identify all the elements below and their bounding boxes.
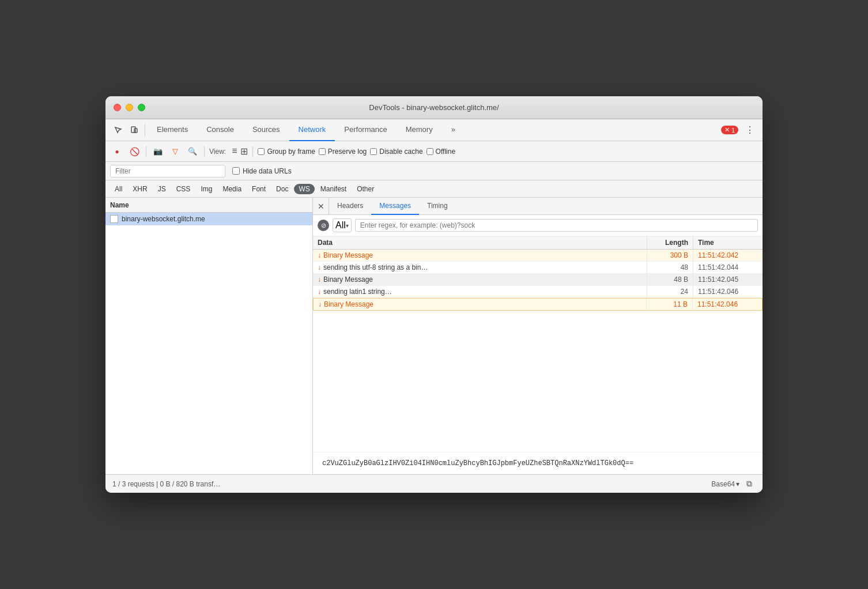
error-badge[interactable]: ✕ 1 — [721, 126, 738, 134]
offline-label[interactable]: Offline — [427, 148, 455, 156]
msg-filter-dropdown[interactable]: All ▾ — [333, 218, 352, 232]
tab-console[interactable]: Console — [197, 119, 243, 141]
net-divider-1 — [146, 146, 146, 157]
disable-cache-checkbox[interactable] — [370, 148, 377, 155]
msg-length-cell: 300 B — [647, 250, 693, 261]
msg-length-cell: 11 B — [647, 299, 693, 310]
net-divider-3 — [252, 146, 253, 157]
col-data-header: Data — [313, 236, 647, 249]
message-row[interactable]: ↓ Binary Message 11 B 11:51:42.046 — [313, 298, 763, 311]
hide-urls-checkbox[interactable] — [232, 167, 240, 175]
msg-filter-all-label: All — [335, 220, 346, 231]
group-by-frame-label[interactable]: Group by frame — [258, 148, 315, 156]
close-button[interactable] — [114, 104, 121, 111]
clear-icon[interactable]: 🚫 — [127, 145, 141, 158]
titlebar: DevTools - binary-websocket.glitch.me/ — [105, 96, 763, 119]
main-toolbar: Elements Console Sources Network Perform… — [105, 119, 763, 141]
filter-css[interactable]: CSS — [172, 184, 195, 194]
main-content: Name binary-websocket.glitch.me ✕ Header… — [105, 198, 763, 474]
filter-doc[interactable]: Doc — [271, 184, 293, 194]
tab-more[interactable]: » — [442, 119, 465, 141]
msg-filter-input[interactable] — [355, 219, 758, 232]
status-text: 1 / 3 requests | 0 B / 820 B transf… — [112, 480, 220, 488]
offline-checkbox[interactable] — [427, 148, 433, 155]
base64-dropdown[interactable]: Base64 ▾ — [711, 480, 739, 488]
detail-view-icon[interactable]: ⊞ — [240, 146, 248, 157]
msg-arrow-icon: ↓ — [318, 275, 321, 284]
msg-time-cell: 11:51:42.045 — [693, 274, 763, 285]
binary-content-text: c2VuZGluZyB0aGlzIHV0Zi04IHN0cmluZyBhcyBh… — [322, 459, 633, 467]
view-label: View: — [209, 148, 226, 156]
filter-font[interactable]: Font — [247, 184, 270, 194]
detail-panel: ✕ Headers Messages Timing ⊘ All ▾ Data L… — [313, 198, 763, 474]
filter-img[interactable]: Img — [196, 184, 217, 194]
request-checkbox — [110, 215, 118, 223]
messages-table: Data Length Time ↓ Binary Message 300 B … — [313, 236, 763, 452]
messages-header-row: Data Length Time — [313, 236, 763, 250]
filter-ws[interactable]: WS — [294, 184, 314, 194]
list-view-icon[interactable]: ≡ — [232, 146, 237, 157]
traffic-lights — [114, 104, 145, 111]
requests-header: Name — [105, 198, 312, 213]
svg-rect-0 — [131, 127, 135, 133]
filter-xhr[interactable]: XHR — [128, 184, 152, 194]
network-toolbar: ● 🚫 📷 ▽ 🔍 View: ≡ ⊞ Group by frame Prese… — [105, 141, 763, 162]
filter-js[interactable]: JS — [153, 184, 171, 194]
tab-network[interactable]: Network — [289, 119, 335, 141]
msg-time-cell: 11:51:42.046 — [693, 286, 763, 297]
net-divider-2 — [204, 146, 205, 157]
search-icon[interactable]: 🔍 — [186, 145, 199, 158]
filter-manifest[interactable]: Manifest — [316, 184, 351, 194]
msg-length-cell: 48 B — [647, 274, 693, 285]
msg-time-cell: 11:51:42.046 — [693, 299, 762, 310]
message-row[interactable]: ↓ Binary Message 48 B 11:51:42.045 — [313, 274, 763, 286]
msg-text: Binary Message — [323, 275, 373, 284]
hide-urls-label[interactable]: Hide data URLs — [232, 167, 292, 175]
msg-filter-chevron-icon: ▾ — [346, 222, 349, 229]
camera-icon[interactable]: 📷 — [151, 145, 165, 158]
msg-filter-block-icon[interactable]: ⊘ — [318, 220, 329, 231]
tab-memory[interactable]: Memory — [397, 119, 442, 141]
disable-cache-label[interactable]: Disable cache — [370, 148, 422, 156]
maximize-button[interactable] — [138, 104, 145, 111]
detail-close-icon[interactable]: ✕ — [313, 198, 329, 215]
preserve-log-checkbox[interactable] — [319, 148, 326, 155]
record-button[interactable]: ● — [110, 145, 124, 158]
msg-time-cell: 11:51:42.042 — [693, 250, 763, 261]
tab-elements[interactable]: Elements — [148, 119, 197, 141]
tab-headers[interactable]: Headers — [329, 198, 371, 215]
detail-tabs: ✕ Headers Messages Timing — [313, 198, 763, 215]
message-row[interactable]: ↓ sending this utf-8 string as a bin… 48… — [313, 262, 763, 274]
messages-filter: ⊘ All ▾ — [313, 215, 763, 236]
error-count: 1 — [731, 127, 735, 134]
tab-timing[interactable]: Timing — [419, 198, 456, 215]
copy-button[interactable]: ⧉ — [743, 478, 756, 490]
device-icon[interactable] — [126, 122, 142, 138]
tab-performance[interactable]: Performance — [335, 119, 396, 141]
tab-messages[interactable]: Messages — [371, 198, 419, 215]
filter-input[interactable] — [110, 165, 225, 178]
msg-text: Binary Message — [323, 251, 373, 259]
tab-sources[interactable]: Sources — [243, 119, 289, 141]
minimize-button[interactable] — [126, 104, 133, 111]
msg-arrow-icon: ↓ — [318, 251, 321, 259]
msg-text: Binary Message — [324, 300, 373, 308]
status-right: Base64 ▾ ⧉ — [711, 478, 756, 490]
preserve-log-label[interactable]: Preserve log — [319, 148, 367, 156]
filter-icon[interactable]: ▽ — [168, 145, 182, 158]
toolbar-divider — [145, 124, 145, 137]
group-by-frame-checkbox[interactable] — [258, 148, 265, 155]
filter-all[interactable]: All — [110, 184, 127, 194]
more-menu-icon[interactable]: ⋮ — [742, 122, 758, 138]
inspect-icon[interactable] — [110, 122, 126, 138]
filter-media[interactable]: Media — [218, 184, 246, 194]
toolbar-right: ✕ 1 ⋮ — [721, 122, 758, 138]
msg-data-cell: ↓ sending latin1 string… — [313, 286, 647, 297]
message-row[interactable]: ↓ sending latin1 string… 24 11:51:42.046 — [313, 286, 763, 298]
message-row[interactable]: ↓ Binary Message 300 B 11:51:42.042 — [313, 250, 763, 262]
filter-other[interactable]: Other — [352, 184, 379, 194]
request-item[interactable]: binary-websocket.glitch.me — [105, 213, 312, 225]
msg-arrow-icon: ↓ — [318, 263, 321, 271]
msg-arrow-icon: ↓ — [318, 300, 322, 308]
msg-length-cell: 48 — [647, 262, 693, 273]
